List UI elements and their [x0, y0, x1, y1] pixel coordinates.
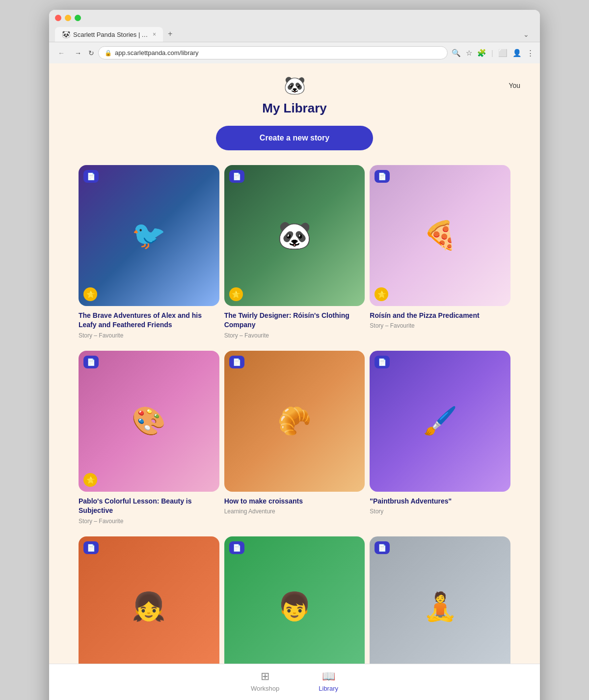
story-image: 👦: [224, 536, 365, 677]
story-card[interactable]: 🖌️📄"Paintbrush Adventures"Story: [370, 351, 510, 525]
split-view-icon[interactable]: ⬜: [498, 49, 508, 57]
document-badge-icon: 📄: [83, 170, 99, 183]
story-image: 🖌️: [370, 351, 510, 492]
story-thumbnail: 🐦📄⭐: [79, 165, 219, 306]
favourite-star-icon: ⭐: [375, 287, 388, 301]
forward-button[interactable]: →: [72, 48, 84, 58]
story-card[interactable]: 🍕📄⭐Roísín and the Pizza PredicamentStory…: [370, 165, 510, 339]
story-image: 🐦: [79, 165, 219, 306]
story-thumbnail: 🎨📄⭐: [79, 351, 219, 492]
story-image: 🍕: [370, 165, 510, 306]
story-meta: Story – Favourite: [370, 322, 510, 329]
story-title: The Brave Adventures of Alex and his Lea…: [79, 311, 219, 330]
stories-grid: 🐦📄⭐The Brave Adventures of Alex and his …: [49, 165, 540, 700]
tab-chevron-icon[interactable]: ⌄: [518, 27, 534, 42]
browser-window: 🐼 Scarlett Panda Stories | AI Ge × + ⌄ ←…: [49, 10, 540, 700]
story-image: 🥐: [224, 351, 365, 492]
workshop-icon: ⊞: [261, 670, 269, 683]
story-image: 🐼: [224, 165, 365, 306]
story-thumbnail: 🥐📄: [224, 351, 365, 492]
story-image: 🧘: [370, 536, 510, 677]
page-content: 🐼 You My Library Create a new story 🐦📄⭐T…: [49, 63, 540, 700]
story-thumbnail: 🐼📄⭐: [224, 165, 365, 306]
back-button[interactable]: ←: [55, 48, 68, 58]
security-icon: 🔒: [105, 50, 112, 56]
library-nav-item[interactable]: 📖 Library: [319, 670, 338, 692]
minimize-traffic-light[interactable]: [65, 15, 71, 21]
maximize-traffic-light[interactable]: [75, 15, 81, 21]
story-card[interactable]: 🐦📄⭐The Brave Adventures of Alex and his …: [79, 165, 219, 339]
panda-logo: 🐼: [219, 75, 370, 96]
document-badge-icon: 📄: [375, 170, 390, 183]
story-image: 🎨: [79, 351, 219, 492]
document-badge-icon: 📄: [375, 356, 390, 368]
story-meta: Story – Favourite: [224, 332, 365, 339]
favourite-star-icon: ⭐: [83, 473, 97, 487]
document-badge-icon: 📄: [83, 356, 99, 368]
story-title: "Paintbrush Adventures": [370, 497, 510, 506]
story-meta: Story – Favourite: [79, 518, 219, 525]
close-traffic-light[interactable]: [55, 15, 61, 21]
library-icon: 📖: [322, 670, 335, 683]
new-tab-button[interactable]: +: [163, 26, 177, 42]
traffic-lights: [55, 15, 534, 26]
document-badge-icon: 📄: [229, 356, 244, 368]
browser-chrome: 🐼 Scarlett Panda Stories | AI Ge × + ⌄: [49, 10, 540, 42]
profile-icon[interactable]: 👤: [512, 49, 522, 57]
story-card[interactable]: 🎨📄⭐Pablo's Colorful Lesson: Beauty is Su…: [79, 351, 219, 525]
user-button[interactable]: You: [509, 82, 520, 89]
address-text: app.scarlettpanda.com/library: [115, 49, 441, 56]
story-card[interactable]: 🐼📄⭐The Twirly Designer: Róisín's Clothin…: [224, 165, 365, 339]
tab-favicon: 🐼: [62, 30, 70, 38]
document-badge-icon: 📄: [229, 541, 244, 554]
story-meta: Story: [370, 508, 510, 515]
tab-close-button[interactable]: ×: [153, 31, 156, 38]
story-thumbnail: 🧘📄: [370, 536, 510, 677]
story-meta: Learning Adventure: [224, 508, 365, 515]
workshop-nav-item[interactable]: ⊞ Workshop: [251, 670, 279, 692]
story-card[interactable]: 🥐📄How to make croissantsLearning Adventu…: [224, 351, 365, 525]
bookmark-icon[interactable]: ☆: [466, 49, 472, 57]
browser-toolbar: ← → ↻ 🔒 app.scarlettpanda.com/library 🔍 …: [49, 42, 540, 63]
workshop-label: Workshop: [251, 685, 279, 692]
document-badge-icon: 📄: [83, 541, 99, 554]
story-title: Pablo's Colorful Lesson: Beauty is Subje…: [79, 497, 219, 516]
refresh-button[interactable]: ↻: [88, 49, 94, 57]
toolbar-icons: 🔍 ☆ 🧩 | ⬜ 👤 ⋮: [452, 49, 534, 57]
document-badge-icon: 📄: [229, 170, 244, 183]
page-title: My Library: [49, 101, 540, 116]
favourite-star-icon: ⭐: [83, 287, 97, 301]
story-image: 👧: [79, 536, 219, 677]
bottom-nav: ⊞ Workshop 📖 Library: [49, 664, 540, 700]
extensions-icon[interactable]: 🧩: [477, 49, 486, 57]
story-thumbnail: 🍕📄⭐: [370, 165, 510, 306]
story-thumbnail: 👧📄: [79, 536, 219, 677]
story-thumbnail: 🖌️📄: [370, 351, 510, 492]
menu-icon[interactable]: ⋮: [527, 49, 534, 57]
active-tab[interactable]: 🐼 Scarlett Panda Stories | AI Ge ×: [55, 27, 163, 42]
page-header: 🐼 You: [49, 63, 540, 96]
story-meta: Story – Favourite: [79, 332, 219, 339]
story-title: The Twirly Designer: Róisín's Clothing C…: [224, 311, 365, 330]
library-label: Library: [319, 685, 338, 692]
document-badge-icon: 📄: [375, 541, 390, 554]
divider: |: [491, 49, 493, 57]
tab-title: Scarlett Panda Stories | AI Ge: [73, 31, 150, 38]
story-title: How to make croissants: [224, 497, 365, 506]
story-thumbnail: 👦📄: [224, 536, 365, 677]
favourite-star-icon: ⭐: [229, 287, 243, 301]
address-bar[interactable]: 🔒 app.scarlettpanda.com/library: [98, 46, 448, 59]
search-icon[interactable]: 🔍: [452, 49, 461, 57]
create-story-button[interactable]: Create a new story: [216, 126, 373, 150]
story-title: Roísín and the Pizza Predicament: [370, 311, 510, 321]
